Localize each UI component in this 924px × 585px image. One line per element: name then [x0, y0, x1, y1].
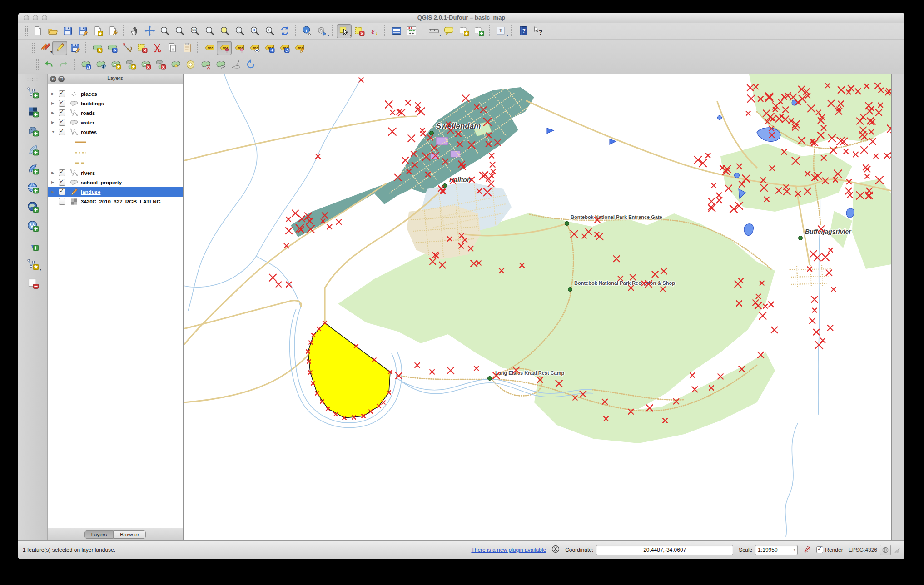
- save-layer-edits-icon[interactable]: [67, 41, 82, 55]
- expander-icon[interactable]: ▶: [51, 190, 57, 194]
- resize-grip[interactable]: [894, 547, 900, 553]
- render-checkbox[interactable]: [816, 546, 823, 553]
- expander-icon[interactable]: ▶: [51, 111, 57, 115]
- open-attribute-table-icon[interactable]: [389, 24, 404, 38]
- add-wfs-layer-icon[interactable]: [24, 217, 41, 234]
- crs-status-button[interactable]: [880, 545, 891, 555]
- expander-icon[interactable]: ▶: [51, 120, 57, 124]
- toggle-editing-icon[interactable]: [52, 41, 67, 55]
- layer-row-school_property[interactable]: ▶school_property: [48, 178, 183, 187]
- add-feature-icon[interactable]: [89, 41, 104, 55]
- layer-visibility-checkbox[interactable]: [59, 119, 65, 126]
- layer-visibility-checkbox[interactable]: [59, 129, 65, 135]
- offset-curve-icon[interactable]: [183, 58, 198, 72]
- text-annotation-icon[interactable]: T▾: [493, 24, 508, 38]
- paste-features-icon[interactable]: [179, 41, 194, 55]
- select-by-expression-icon[interactable]: ε: [367, 24, 382, 38]
- layer-label[interactable]: 3420C_2010_327_RGB_LATLNG: [81, 199, 161, 204]
- refresh-map-icon[interactable]: [277, 24, 292, 38]
- layer-row-water[interactable]: ▶water: [48, 118, 183, 127]
- layer-row-buildings[interactable]: ▶buildings: [48, 99, 183, 108]
- toolbar-handle[interactable]: [25, 25, 28, 36]
- rotate-point-symbols-icon[interactable]: [243, 58, 258, 72]
- layer-row-routes[interactable]: ▼routes: [48, 127, 183, 137]
- zoom-next-icon[interactable]: [262, 24, 277, 38]
- save-project-as-icon[interactable]: [75, 24, 90, 38]
- layer-label[interactable]: water: [81, 120, 94, 125]
- layer-visibility-checkbox[interactable]: [59, 109, 65, 116]
- layer-visibility-checkbox[interactable]: [59, 179, 65, 186]
- toolbar-handle[interactable]: [35, 59, 39, 70]
- zoom-to-layer-icon[interactable]: [232, 24, 247, 38]
- zoom-out-icon[interactable]: [172, 24, 187, 38]
- whats-this-icon[interactable]: ?: [531, 24, 546, 38]
- pan-to-selection-icon[interactable]: [142, 24, 157, 38]
- layer-label[interactable]: places: [81, 91, 97, 97]
- layer-row-rivers[interactable]: ▶rivers: [48, 168, 183, 178]
- composer-manager-icon[interactable]: [105, 24, 120, 38]
- select-features-icon[interactable]: ▾: [337, 24, 352, 38]
- tab-layers[interactable]: Layers: [84, 530, 114, 539]
- merge-selected-features-icon[interactable]: [228, 58, 243, 72]
- current-edits-icon[interactable]: ▾: [37, 41, 52, 55]
- delete-ring-icon[interactable]: [138, 58, 153, 72]
- show-bookmarks-icon[interactable]: [471, 24, 486, 38]
- title-bar[interactable]: QGIS 2.0.1-Dufour – basic_map: [18, 13, 904, 23]
- copy-features-icon[interactable]: [164, 41, 179, 55]
- identify-features-icon[interactable]: i: [299, 24, 314, 38]
- split-parts-icon[interactable]: [213, 58, 228, 72]
- rotate-label-icon[interactable]: abc: [277, 41, 292, 55]
- add-vector-layer-icon[interactable]: [24, 84, 41, 101]
- expander-icon[interactable]: ▶: [51, 101, 57, 105]
- deselect-features-icon[interactable]: [352, 24, 367, 38]
- layer-label[interactable]: roads: [81, 110, 95, 116]
- zoom-to-selection-icon[interactable]: [217, 24, 232, 38]
- open-project-icon[interactable]: [45, 24, 60, 38]
- delete-part-icon[interactable]: [153, 58, 168, 72]
- new-shapefile-layer-icon[interactable]: ▾: [24, 255, 41, 273]
- move-label-icon[interactable]: abc: [262, 41, 277, 55]
- help-contents-icon[interactable]: ?: [516, 24, 531, 38]
- run-feature-action-icon[interactable]: ▾: [314, 24, 329, 38]
- add-wcs-layer-icon[interactable]: [24, 198, 41, 215]
- measure-icon[interactable]: ▾: [426, 24, 441, 38]
- rotate-feature-icon[interactable]: [78, 58, 93, 72]
- highlight-pinned-labels-icon[interactable]: abc: [232, 41, 247, 55]
- add-delimited-text-layer-icon[interactable]: ,: [24, 236, 41, 253]
- redo-icon[interactable]: [56, 58, 71, 72]
- layer-label[interactable]: school_property: [81, 180, 122, 185]
- simplify-feature-icon[interactable]: [93, 58, 108, 72]
- layer-row-landuse[interactable]: ▶landuse: [48, 187, 183, 197]
- layer-row-3420C_2010_327_RGB_LATLNG[interactable]: 3420C_2010_327_RGB_LATLNG: [48, 197, 183, 206]
- remove-layer-icon[interactable]: [24, 274, 41, 292]
- new-print-composer-icon[interactable]: [90, 24, 105, 38]
- layer-label[interactable]: rivers: [81, 170, 95, 176]
- pan-map-icon[interactable]: [127, 24, 142, 38]
- layer-label[interactable]: buildings: [81, 101, 104, 106]
- chevron-down-icon[interactable]: ▾: [791, 548, 797, 552]
- reshape-features-icon[interactable]: [168, 58, 183, 72]
- move-feature-icon[interactable]: [104, 41, 119, 55]
- toolbar-handle[interactable]: [27, 78, 39, 81]
- layer-label[interactable]: landuse: [81, 189, 100, 195]
- layer-label[interactable]: routes: [81, 129, 97, 135]
- zoom-native-icon[interactable]: 1:1: [187, 24, 202, 38]
- zoom-in-icon[interactable]: [157, 24, 172, 38]
- cut-features-icon[interactable]: [149, 41, 164, 55]
- map-canvas[interactable]: SwellendamRailtonBontebok National Park …: [183, 74, 892, 540]
- layer-row-places[interactable]: ▶places: [48, 89, 183, 99]
- delete-selected-icon[interactable]: [134, 41, 149, 55]
- toolbar-handle[interactable]: [32, 42, 35, 53]
- add-raster-layer-icon[interactable]: [24, 103, 41, 120]
- map-tips-icon[interactable]: [441, 24, 456, 38]
- stop-rendering-icon[interactable]: [803, 545, 811, 555]
- undo-icon[interactable]: [41, 58, 56, 72]
- add-wms-layer-icon[interactable]: [24, 179, 41, 196]
- plugin-available-link[interactable]: There is a new plugin available: [471, 547, 546, 553]
- expander-icon[interactable]: ▶: [51, 171, 57, 175]
- zoom-last-icon[interactable]: [247, 24, 262, 38]
- layer-visibility-checkbox[interactable]: [59, 100, 65, 107]
- layer-visibility-checkbox[interactable]: [59, 198, 65, 205]
- new-bookmark-icon[interactable]: [456, 24, 471, 38]
- field-calculator-icon[interactable]: [404, 24, 419, 38]
